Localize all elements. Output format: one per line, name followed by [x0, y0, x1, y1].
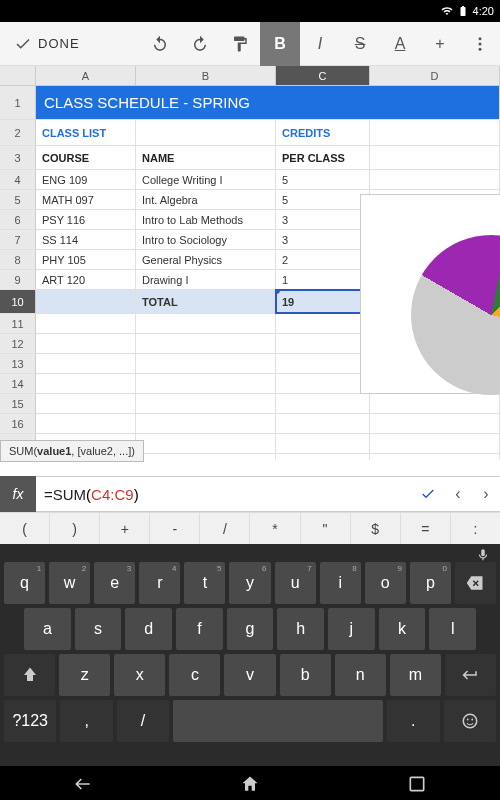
symbol-key[interactable]: -: [150, 513, 200, 544]
key-v[interactable]: v: [224, 654, 275, 696]
cell[interactable]: [36, 290, 136, 313]
cell[interactable]: [136, 434, 276, 453]
row-header-1[interactable]: 1: [0, 86, 36, 119]
total-label[interactable]: TOTAL: [136, 290, 276, 313]
cell[interactable]: [136, 354, 276, 373]
recents-button[interactable]: [407, 774, 427, 798]
shift-key[interactable]: [4, 654, 55, 696]
paint-format-button[interactable]: [220, 22, 260, 66]
key-p[interactable]: p0: [410, 562, 451, 604]
key-?123[interactable]: ?123: [4, 700, 56, 742]
key-l[interactable]: l: [429, 608, 476, 650]
fx-button[interactable]: fx: [0, 476, 36, 512]
cell-credits[interactable]: 5: [276, 190, 370, 209]
header-name[interactable]: NAME: [136, 146, 276, 169]
cell[interactable]: [136, 454, 276, 460]
cell[interactable]: [370, 120, 500, 145]
row-header-14[interactable]: 14: [0, 374, 36, 393]
cell[interactable]: [36, 414, 136, 433]
key-u[interactable]: u7: [275, 562, 316, 604]
cell-credits[interactable]: 2: [276, 250, 370, 269]
select-all-corner[interactable]: [0, 66, 36, 85]
row-header-10[interactable]: 10: [0, 290, 36, 313]
cell[interactable]: [370, 454, 500, 460]
cell[interactable]: [276, 314, 370, 333]
section-class-list[interactable]: CLASS LIST: [36, 120, 136, 145]
cell[interactable]: [370, 414, 500, 433]
key-j[interactable]: j: [328, 608, 375, 650]
cell[interactable]: [136, 394, 276, 413]
cell[interactable]: [276, 394, 370, 413]
cell[interactable]: [36, 394, 136, 413]
back-button[interactable]: [73, 774, 93, 798]
cell[interactable]: [370, 394, 500, 413]
symbol-key[interactable]: (: [0, 513, 50, 544]
title-cell[interactable]: CLASS SCHEDULE - SPRING: [36, 86, 500, 119]
symbol-key[interactable]: *: [250, 513, 300, 544]
row-header-16[interactable]: 16: [0, 414, 36, 433]
key-i[interactable]: i8: [320, 562, 361, 604]
total-value-cell[interactable]: 19: [276, 290, 370, 313]
cell-course[interactable]: PSY 116: [36, 210, 136, 229]
cell-credits[interactable]: 1: [276, 270, 370, 289]
key-w[interactable]: w2: [49, 562, 90, 604]
italic-button[interactable]: I: [300, 22, 340, 66]
key-x[interactable]: x: [114, 654, 165, 696]
cell-course[interactable]: SS 114: [36, 230, 136, 249]
key-d[interactable]: d: [125, 608, 172, 650]
key-r[interactable]: r4: [139, 562, 180, 604]
pie-chart[interactable]: 20% 10% 15: [360, 194, 500, 394]
formula-prev-button[interactable]: ‹: [444, 485, 472, 503]
backspace-key[interactable]: [455, 562, 496, 604]
cell[interactable]: [136, 314, 276, 333]
cell-credits[interactable]: 5: [276, 170, 370, 189]
col-header-A[interactable]: A: [36, 66, 136, 85]
key-e[interactable]: e3: [94, 562, 135, 604]
formula-accept-button[interactable]: [412, 486, 444, 502]
cell[interactable]: [136, 334, 276, 353]
symbol-key[interactable]: ": [301, 513, 351, 544]
cell[interactable]: [36, 334, 136, 353]
symbol-key[interactable]: :: [451, 513, 500, 544]
spreadsheet-grid[interactable]: 1 CLASS SCHEDULE - SPRING 2 CLASS LIST C…: [0, 86, 500, 460]
key-o[interactable]: o9: [365, 562, 406, 604]
done-button[interactable]: DONE: [0, 22, 94, 65]
key-y[interactable]: y6: [229, 562, 270, 604]
key-/[interactable]: /: [117, 700, 169, 742]
cell-name[interactable]: Int. Algebra: [136, 190, 276, 209]
cell[interactable]: [136, 414, 276, 433]
header-course[interactable]: COURSE: [36, 146, 136, 169]
row-header-4[interactable]: 4: [0, 170, 36, 189]
cell[interactable]: [36, 314, 136, 333]
overflow-menu-button[interactable]: [460, 22, 500, 66]
row-header-8[interactable]: 8: [0, 250, 36, 269]
cell[interactable]: [136, 374, 276, 393]
formula-next-button[interactable]: ›: [472, 485, 500, 503]
key-h[interactable]: h: [277, 608, 324, 650]
cell-name[interactable]: General Physics: [136, 250, 276, 269]
cell-course[interactable]: MATH 097: [36, 190, 136, 209]
cell[interactable]: [370, 146, 500, 169]
row-header-11[interactable]: 11: [0, 314, 36, 333]
symbol-key[interactable]: $: [351, 513, 401, 544]
key-n[interactable]: n: [335, 654, 386, 696]
home-button[interactable]: [240, 774, 260, 798]
text-format-button[interactable]: A: [380, 22, 420, 66]
key-t[interactable]: t5: [184, 562, 225, 604]
cell[interactable]: [276, 454, 370, 460]
cell[interactable]: [276, 414, 370, 433]
cell-name[interactable]: College Writing I: [136, 170, 276, 189]
strikethrough-button[interactable]: S: [340, 22, 380, 66]
cell[interactable]: [36, 354, 136, 373]
key-z[interactable]: z: [59, 654, 110, 696]
key-k[interactable]: k: [379, 608, 426, 650]
row-header-9[interactable]: 9: [0, 270, 36, 289]
cell[interactable]: [276, 434, 370, 453]
enter-key[interactable]: [445, 654, 496, 696]
section-credits[interactable]: CREDITS: [276, 120, 370, 145]
key-,[interactable]: ,: [60, 700, 112, 742]
cell[interactable]: [36, 374, 136, 393]
symbol-key[interactable]: /: [200, 513, 250, 544]
cell[interactable]: [136, 120, 276, 145]
undo-button[interactable]: [140, 22, 180, 66]
